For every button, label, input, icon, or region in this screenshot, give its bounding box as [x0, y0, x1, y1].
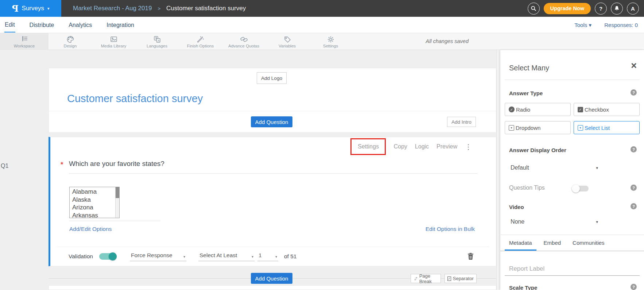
question-text[interactable]: Which are your favorite states? — [69, 160, 164, 168]
delete-question-button[interactable] — [467, 252, 474, 262]
search-button[interactable] — [528, 3, 540, 15]
surveys-product-menu[interactable]: P Surveys ▾ — [0, 0, 61, 17]
answer-type-dropdown[interactable]: ▾ Dropdown — [505, 121, 571, 134]
image-icon — [110, 35, 118, 43]
force-response-value: Force Response — [131, 252, 172, 259]
question-logic-button[interactable]: Logic — [415, 143, 429, 150]
answer-type-radio[interactable]: ✓ Radio — [505, 103, 571, 116]
option-arizona[interactable]: Arizona — [72, 204, 119, 212]
gear-icon — [327, 35, 335, 43]
tab-analytics[interactable]: Analytics — [68, 18, 92, 32]
report-label-input[interactable] — [509, 265, 626, 272]
tab-edit[interactable]: Edit — [4, 18, 15, 32]
notifications-button[interactable] — [611, 3, 623, 15]
toolbar-item-finish-options[interactable]: Finish Options — [179, 33, 222, 50]
add-edit-options-link[interactable]: Add/Edit Options — [69, 226, 112, 232]
question-actions: Settings Copy Logic Preview ⋮ — [350, 138, 472, 155]
answer-display-order-label: Answer Display Order — [509, 147, 566, 153]
panel-title: Select Many — [509, 64, 549, 72]
answer-type-help-icon[interactable]: ? — [631, 89, 637, 96]
page-break-button[interactable]: Page Break — [411, 274, 441, 283]
chevron-down-icon: ▾ — [252, 255, 253, 259]
product-name: Surveys — [22, 5, 44, 12]
upgrade-now-button[interactable]: Upgrade Now — [544, 3, 591, 14]
tab-integration[interactable]: Integration — [106, 18, 135, 32]
option-arkansas[interactable]: Arkansas — [72, 212, 119, 219]
close-icon[interactable]: × — [631, 61, 637, 71]
tools-menu[interactable]: Tools ▾ — [574, 22, 591, 28]
survey-title[interactable]: Customer satisfaction survey — [67, 93, 203, 105]
help-button[interactable]: ? — [595, 3, 607, 15]
display-order-dropdown[interactable]: Default ▾ — [511, 165, 598, 171]
question-settings-button[interactable]: Settings — [358, 143, 379, 150]
toolbar-item-label: Advance Quotas — [228, 44, 259, 48]
question-copy-button[interactable]: Copy — [393, 143, 407, 150]
validation-label: Validation — [69, 253, 95, 260]
palette-icon — [66, 35, 74, 43]
chevron-down-icon: ▾ — [596, 166, 598, 170]
chain-links-icon — [240, 35, 248, 43]
answer-type-checkbox[interactable]: ✓ Checkbox — [574, 103, 640, 116]
add-logo-button[interactable]: Add Logo — [257, 72, 287, 84]
save-status: All changes saved — [426, 38, 469, 44]
workspace-icon — [20, 35, 29, 43]
question-preview-button[interactable]: Preview — [437, 143, 457, 150]
toolbar-item-advance-quotas[interactable]: Advance Quotas — [222, 33, 265, 50]
question-mark-icon: ? — [599, 5, 602, 12]
checkbox-check-icon: ✓ — [578, 107, 583, 112]
add-intro-button[interactable]: Add Intro — [447, 117, 476, 127]
answer-type-label: Answer Type — [509, 90, 543, 96]
toolbar-item-variables[interactable]: Variables — [265, 33, 309, 50]
chevron-down-icon: ▾ — [589, 22, 591, 28]
validation-toggle[interactable] — [99, 253, 116, 260]
responses-count[interactable]: Responses: 0 — [604, 22, 638, 28]
force-response-dropdown[interactable]: Force Response ▾ — [130, 252, 186, 261]
scrollbar-track[interactable] — [115, 187, 119, 218]
divider — [500, 251, 644, 251]
scrollbar-thumb[interactable] — [116, 187, 119, 198]
video-help-icon[interactable]: ? — [631, 203, 637, 209]
page-break-icon — [414, 277, 418, 281]
tab-metadata[interactable]: Metadata — [505, 235, 536, 251]
highlight-box: Settings — [350, 138, 386, 155]
select-list-answer[interactable]: Alabama Alaska Arizona Arkansas — [69, 187, 120, 218]
option-alabama[interactable]: Alabama — [72, 188, 119, 196]
breadcrumb-folder[interactable]: Market Research - Aug 2019 — [73, 5, 152, 12]
separator-button[interactable]: ✓ Separator — [445, 274, 477, 283]
divider — [57, 247, 489, 247]
breadcrumb-separator: > — [158, 6, 160, 11]
scale-type-help-icon[interactable]: ? — [631, 284, 637, 290]
add-question-button-bottom[interactable]: Add Question — [251, 273, 292, 284]
question-tips-toggle[interactable] — [573, 186, 589, 192]
toolbar-item-workspace[interactable]: Workspace — [0, 33, 49, 50]
breadcrumb-page: Customer satisfaction survey — [166, 5, 246, 12]
radio-check-icon: ✓ — [509, 107, 515, 112]
add-question-button-top[interactable]: Add Question — [251, 116, 292, 127]
option-alaska[interactable]: Alaska — [72, 196, 119, 204]
answer-type-options: ✓ Radio ✓ Checkbox ▾ Dropdown ▾ Select L… — [505, 103, 640, 134]
answer-type-select-list[interactable]: ▾ Select List — [574, 121, 640, 134]
tab-communities[interactable]: Communities — [568, 235, 609, 251]
select-at-least-dropdown[interactable]: Select At Least ▾ — [198, 252, 255, 261]
video-value: None — [511, 219, 524, 225]
magic-wand-icon — [197, 35, 205, 43]
toolbar-item-media-library[interactable]: Media Library — [92, 33, 135, 50]
display-order-help-icon[interactable]: ? — [631, 146, 637, 152]
tab-embed[interactable]: Embed — [539, 235, 566, 251]
answer-type-label-text: Checkbox — [585, 107, 609, 113]
chevron-down-icon: ▾ — [47, 6, 50, 11]
toolbar-item-design[interactable]: Design — [49, 33, 92, 50]
display-order-value: Default — [511, 165, 529, 171]
count-dropdown[interactable]: 1 ▾ — [257, 252, 278, 261]
toolbar-item-languages[interactable]: A Languages — [135, 33, 179, 50]
question-tips-help-icon[interactable]: ? — [631, 185, 637, 191]
account-avatar[interactable]: A — [627, 3, 639, 15]
main-scrollbar[interactable] — [496, 50, 500, 290]
video-dropdown[interactable]: None ▾ — [511, 219, 598, 225]
panel-tab-bar: Metadata Embed Communities — [500, 235, 644, 251]
more-options-icon[interactable]: ⋮ — [465, 143, 472, 151]
required-asterisk: * — [61, 161, 63, 169]
edit-options-in-bulk-link[interactable]: Edit Options in Bulk — [426, 226, 475, 232]
tab-distribute[interactable]: Distribute — [29, 18, 55, 32]
toolbar-item-settings[interactable]: Settings — [309, 33, 352, 50]
